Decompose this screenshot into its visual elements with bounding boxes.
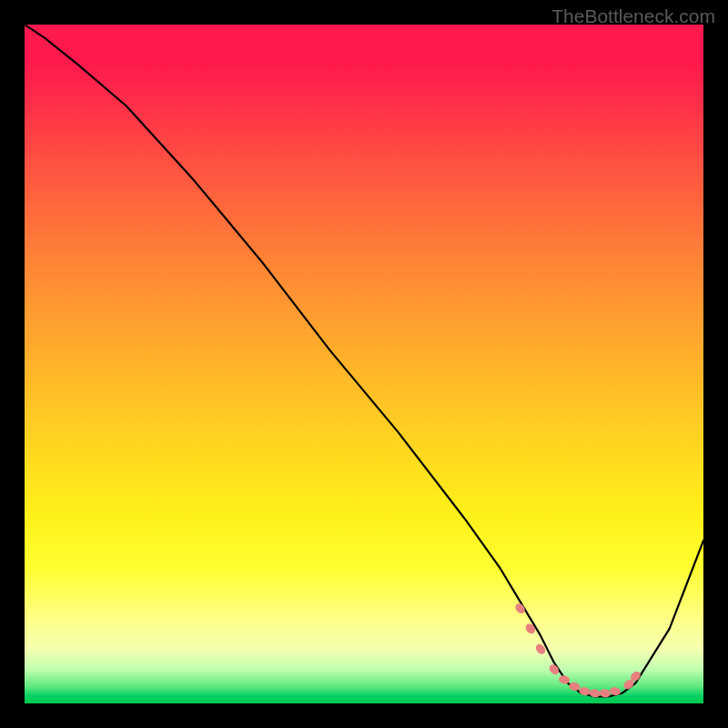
chart-svg <box>25 25 703 703</box>
highlight-dots <box>513 602 642 698</box>
highlight-dot <box>523 622 537 635</box>
curve-line <box>25 25 703 697</box>
highlight-dot <box>569 682 581 692</box>
plot-area <box>25 25 703 703</box>
watermark-text: TheBottleneck.com <box>551 5 715 27</box>
